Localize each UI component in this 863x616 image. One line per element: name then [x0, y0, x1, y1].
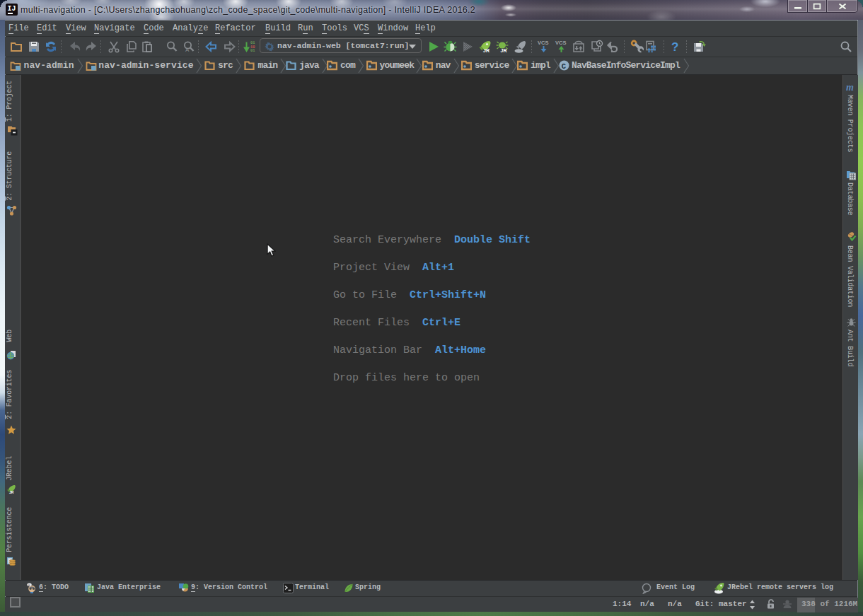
svg-text:JR: JR [9, 490, 14, 494]
svg-text:JR: JR [483, 48, 490, 53]
svg-text:VCS: VCS [538, 40, 548, 46]
svg-text:JR: JR [501, 48, 507, 53]
svg-text:?: ? [671, 40, 678, 54]
svg-text:C: C [562, 62, 567, 71]
svg-text:VCS: VCS [555, 40, 566, 46]
svg-text:e: e [28, 583, 30, 587]
svg-text:A: A [185, 47, 190, 53]
svg-text:m: m [846, 82, 854, 93]
svg-text:01: 01 [250, 49, 255, 53]
